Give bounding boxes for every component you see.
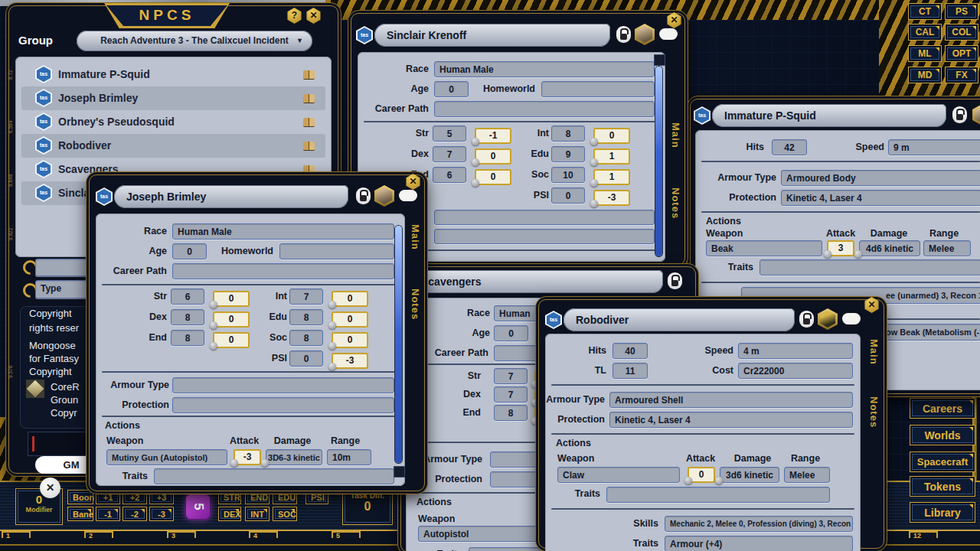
edu-value[interactable]: 9 [551,146,585,162]
chat-bubble-icon[interactable] [659,28,678,40]
stepper-knob[interactable] [684,477,692,484]
homeworld-value[interactable] [279,243,394,259]
tab-notes[interactable]: Notes [670,187,681,219]
portrait-icon[interactable] [972,104,980,126]
stepper-knob[interactable] [328,342,336,350]
str-mod[interactable]: -1 [475,128,511,144]
stepper-knob[interactable] [328,363,336,370]
careers-button[interactable]: Careers [910,398,975,419]
stepper-knob[interactable] [715,477,723,484]
traits-value[interactable] [760,259,980,276]
portrait-icon[interactable] [374,185,394,207]
hits-value[interactable]: 40 [612,343,648,359]
stepper-knob[interactable] [854,250,862,258]
stepper-knob[interactable] [328,321,336,329]
close-icon[interactable]: ✕ [666,12,682,28]
armour-type-value[interactable]: Armoured Body [781,170,980,186]
npc-name-field[interactable]: Immature P-Squid [712,104,946,127]
speed-value[interactable]: 4 m [738,343,853,359]
boon-button[interactable]: Boon [67,490,93,504]
weapon-name[interactable]: Mutiny Gun (Autopistol) [106,449,227,465]
tokens-button[interactable]: Tokens [910,476,975,497]
stepper-knob[interactable] [328,301,336,308]
lock-icon[interactable] [799,311,814,328]
chat-bubble-icon[interactable] [842,313,861,324]
lock-icon[interactable] [952,106,967,123]
psi-mod[interactable]: -3 [593,190,630,206]
book-icon[interactable] [303,142,315,150]
bane-button[interactable]: Bane [67,507,93,521]
ml-button[interactable]: ML [908,45,942,62]
book-icon[interactable] [303,118,315,126]
race-value[interactable]: Human Male [172,223,394,240]
lock-icon[interactable] [668,272,682,289]
race-value[interactable]: Human Male [434,61,655,77]
creature-traits-value[interactable]: Armour (+4) [665,536,853,551]
npc-name-field[interactable]: Sinclair Krenoff [374,24,610,47]
dex-value[interactable]: 7 [494,386,528,403]
list-item[interactable]: tas Immature P-Squid [21,63,325,86]
homeworld-value[interactable] [541,81,655,97]
str-mod[interactable]: 0 [213,291,250,307]
str-value[interactable]: 5 [433,126,466,142]
dex-mod[interactable]: 0 [213,311,250,328]
str-value[interactable]: 7 [494,368,528,384]
tas-icon[interactable]: tas [96,187,113,206]
md-button[interactable]: MD [908,67,942,83]
weapon-range[interactable]: 10m [327,449,371,465]
npc-name-field[interactable]: Joseph Brimley [114,185,348,208]
end-mod[interactable]: 0 [475,169,511,185]
end-value[interactable]: 8 [494,405,528,421]
group-dropdown[interactable]: Reach Adventure 3 - The Calixcuel Incide… [77,31,312,51]
armour-type-value[interactable]: Armoured Shell [609,392,853,408]
weapon-attack[interactable]: 0 [688,467,715,483]
opt-button[interactable]: OPT [945,45,978,62]
weapon-name[interactable]: Claw [557,467,680,483]
spacecraft-button[interactable]: Spacecraft [910,452,975,472]
scrollbar[interactable] [395,226,402,463]
tl-value[interactable]: 11 [612,363,648,379]
dice-d6[interactable]: 5 [185,494,211,520]
traits-value[interactable] [606,487,830,503]
psi-mod[interactable]: -3 [332,353,368,369]
weapon-attack[interactable]: -3 [234,449,261,465]
close-icon[interactable]: ✕ [864,297,880,313]
ps-button[interactable]: PS [945,3,978,20]
soc-mod[interactable]: 0 [332,332,368,348]
stepper-knob[interactable] [472,179,479,187]
psi-value[interactable]: 0 [551,187,585,204]
soc-value[interactable]: 10 [551,167,585,183]
stepper-knob[interactable] [261,459,269,467]
worlds-button[interactable]: Worlds [910,425,975,445]
minus3-button[interactable]: -3 [149,507,174,521]
soc-value[interactable]: 8 [289,330,323,346]
stepper-knob[interactable] [210,321,217,329]
stepper-knob[interactable] [472,158,479,166]
library-button[interactable]: Library [910,502,975,523]
int-value[interactable]: 8 [551,126,585,142]
skills-value[interactable]: Mechanic 2, Melee 0, Profession (diving)… [665,516,853,532]
weapon-damage[interactable]: 4d6 kinetic [859,240,920,256]
tab-notes[interactable]: Notes [868,396,880,428]
help-icon[interactable]: ? [286,8,302,24]
cost-value[interactable]: Cr222000 [738,363,853,379]
book-icon[interactable] [303,94,315,103]
tas-icon[interactable]: tas [545,311,562,329]
npc-name-field[interactable]: Scavengers [409,270,663,293]
traits-value[interactable] [154,468,394,484]
list-item[interactable]: tas Orbney's Pseudosquid [21,110,325,134]
age-value[interactable]: 0 [494,325,528,341]
career-path-value[interactable] [434,101,655,117]
int-mod[interactable]: 0 [332,291,368,307]
edu-value[interactable]: 8 [289,309,323,325]
fx-button[interactable]: FX [945,67,978,83]
speed-value[interactable]: 9 m [888,139,980,155]
career-path-value[interactable] [172,263,394,279]
list-item[interactable]: tas Joseph Brimley [21,86,325,110]
col-button[interactable]: COL [945,24,978,41]
edu-mod[interactable]: 0 [332,311,368,328]
tab-main[interactable]: Main [868,339,880,365]
tab-main[interactable]: Main [670,122,681,148]
end-value[interactable]: 8 [171,330,204,346]
lock-icon[interactable] [616,26,631,43]
